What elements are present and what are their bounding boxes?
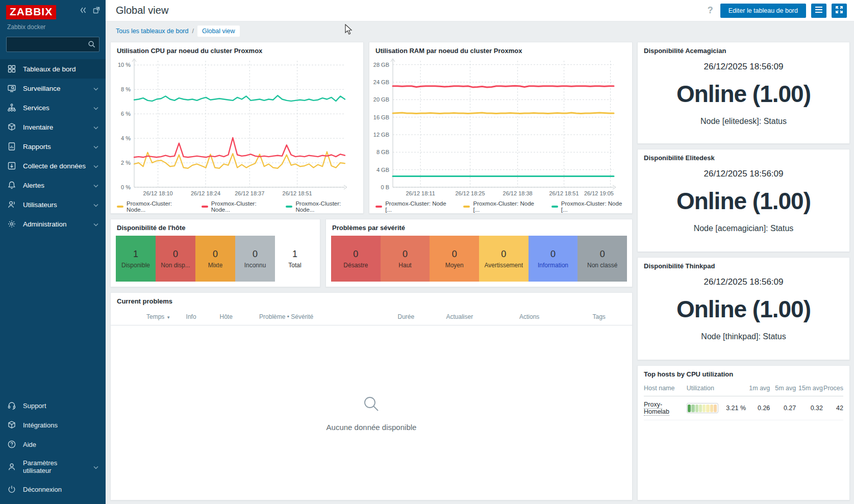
sidebar-item-label: Administration [23,220,67,228]
svg-text:16 GB: 16 GB [373,114,389,120]
sidebar-item-services[interactable]: Services [0,98,106,117]
availability-block-available[interactable]: 1 Disponible [116,236,156,282]
no-data-text: Aucune donnée disponible [326,423,417,432]
svg-text:28 GB: 28 GB [373,62,389,68]
block-value: 1 [292,249,297,260]
svg-text:26/12 18:25: 26/12 18:25 [455,190,485,196]
help-question-icon[interactable]: ? [706,5,715,16]
block-label: Non disp... [161,262,190,269]
severity-blocks: 0 Désastre 0 Haut 0 Moyen 0 [326,234,632,287]
collapse-sidebar-icon[interactable] [79,6,87,14]
sidebar-item-support[interactable]: Support [0,396,106,415]
avg-1m-value: 0.26 [746,405,770,412]
chevron-down-icon [93,143,98,150]
dashboard-menu-button[interactable] [811,4,826,18]
sidebar-item-label: Déconnexion [23,486,62,493]
severity-block-warning[interactable]: 0 Avertissement [479,236,529,282]
empty-state: Aucune donnée disponible [111,325,632,500]
svg-text:20 GB: 20 GB [373,96,389,103]
availability-block-mixed[interactable]: 0 Mixte [195,236,235,282]
svg-text:24 GB: 24 GB [373,79,389,85]
severity-block-information[interactable]: 0 Information [529,236,578,282]
utilization-gauge [687,403,718,413]
block-value: 0 [353,249,358,260]
severity-block-not-classified[interactable]: 0 Non classé [577,236,627,282]
problems-table-header: Temps▼ Info Hôte Problème • Sévérité Dur… [111,307,632,325]
integrations-cube-icon [7,420,16,430]
breadcrumb-root-link[interactable]: Tous les tableaux de bord [116,28,188,35]
chevron-down-icon [93,85,98,92]
sidebar-item-alerts[interactable]: Alertes [0,175,106,195]
host-link[interactable]: Proxy-Homelab [644,401,669,416]
undock-sidebar-icon[interactable] [92,6,101,14]
block-label: Disponible [121,262,150,269]
sidebar-item-inventory[interactable]: Inventaire [0,117,106,137]
legend-swatch [286,206,292,208]
cpu-chart-plot[interactable]: 0 %2 %4 %6 %8 %10 %26/12 18:1026/12 18:2… [111,57,352,197]
data-collection-icon [7,161,16,170]
help-icon [7,440,16,449]
severity-block-disaster[interactable]: 0 Désastre [331,236,381,282]
sidebar-item-integrations[interactable]: Intégrations [0,415,106,435]
chevron-down-icon [93,220,98,228]
signout-power-icon [7,485,16,494]
sidebar-item-label: Tableaux de bord [23,65,76,73]
sidebar-item-label: Utilisateurs [23,201,57,209]
ram-chart-legend: Proxmox-Cluster: Node [... Proxmox-Clust… [369,199,632,214]
svg-text:8 GB: 8 GB [376,149,389,155]
svg-text:0 B: 0 B [381,184,389,190]
availability-block-unknown[interactable]: 0 Inconnu [235,236,275,282]
legend-item: Proxmox-Cluster: Node [... [375,200,450,213]
sidebar-item-label: Rapports [23,143,51,150]
sidebar: ZABBIX Zabbix docker Tableaux de bord Su… [0,0,106,504]
sidebar-item-administration[interactable]: Administration [0,214,106,234]
column-header-utilization: Utilization [687,385,746,392]
card-timestamp: 26/12/2025 18:56:09 [638,62,849,72]
sidebar-item-label: Paramètres utilisateur [23,459,87,474]
problems-by-severity-widget: Problèmes par sévérité 0 Désastre 0 Haut… [325,219,633,287]
kiosk-mode-button[interactable] [832,4,847,18]
svg-text:8 %: 8 % [121,86,131,92]
sort-desc-icon: ▼ [166,315,170,320]
sidebar-item-monitoring[interactable]: Surveillance [0,79,106,98]
widget-title: Problèmes par sévérité [326,219,632,234]
column-header-time[interactable]: Temps▼ [146,313,186,320]
sidebar-item-help[interactable]: Aide [0,435,106,454]
sidebar-item-user-settings[interactable]: Paramètres utilisateur [0,454,106,480]
current-problems-widget: Current problems Temps▼ Info Hôte Problè… [110,292,633,500]
sidebar-item-users[interactable]: Utilisateurs [0,195,106,214]
instance-name: Zabbix docker [0,19,106,31]
support-headset-icon [7,401,16,410]
hamburger-icon [815,6,823,15]
breadcrumb-current[interactable]: Global view [197,26,240,37]
svg-text:4 GB: 4 GB [376,167,389,173]
block-label: Mixte [208,262,223,269]
chevron-down-icon [93,162,98,170]
block-label: Inconnu [244,262,266,269]
sidebar-search-input[interactable] [6,37,99,52]
sidebar-item-dashboards[interactable]: Tableaux de bord [0,59,106,79]
column-header-duration: Durée [398,313,446,320]
sidebar-item-reports[interactable]: Rapports [0,137,106,156]
availability-block-total[interactable]: 1 Total [275,236,315,282]
svg-text:26/12 18:51: 26/12 18:51 [283,190,312,196]
availability-block-unavailable[interactable]: 0 Non disp... [156,236,195,282]
svg-text:26/12 18:51: 26/12 18:51 [549,190,579,196]
card-timestamp: 26/12/2025 18:56:09 [638,277,849,287]
legend-item: Proxmox-Cluster: Node [... [463,200,538,213]
search-icon[interactable] [87,40,96,51]
alerts-bell-icon [7,181,16,190]
ram-chart-plot[interactable]: 0 B4 GB8 GB12 GB16 GB20 GB24 GB28 GB26/1… [369,57,621,197]
widget-title: Disponibilité de l'hôte [111,219,320,234]
svg-text:4 %: 4 % [121,135,131,141]
legend-swatch [551,206,558,208]
edit-dashboard-button[interactable]: Editer le tableau de bord [720,4,806,18]
block-label: Avertissement [484,262,523,269]
column-header-5m-avg: 5m avg [770,385,796,392]
svg-text:10 %: 10 % [118,62,131,68]
severity-block-high[interactable]: 0 Haut [381,236,430,282]
sidebar-item-data-collection[interactable]: Collecte de données [0,156,106,175]
sidebar-item-signout[interactable]: Déconnexion [0,480,106,499]
severity-block-average[interactable]: 0 Moyen [430,236,479,282]
host-availability-widget: Disponibilité de l'hôte 1 Disponible 0 N… [110,219,320,287]
